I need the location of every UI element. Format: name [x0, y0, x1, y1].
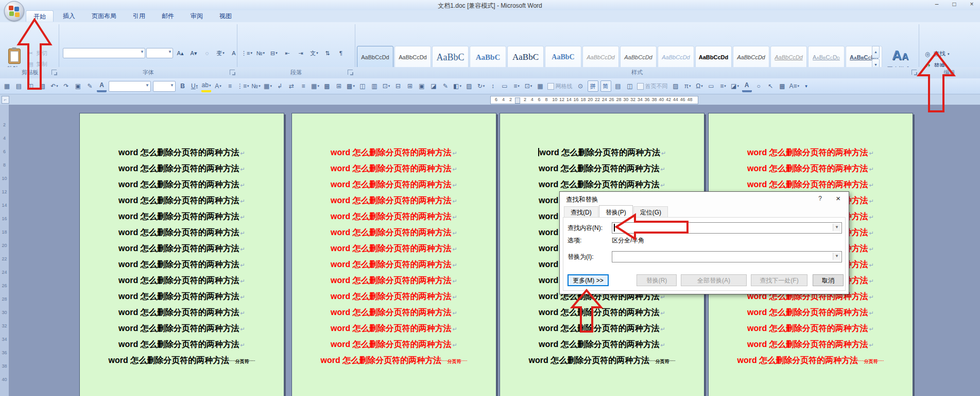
table-style-icon[interactable]: ◪ — [429, 81, 439, 91]
combo-dropdown-icon[interactable]: ▼ — [833, 253, 840, 260]
tab-stop-selector[interactable]: ⌐ — [2, 96, 9, 104]
print-preview-icon[interactable]: ◫ — [26, 81, 36, 91]
distribute-columns-icon[interactable]: ⊞ — [405, 81, 415, 91]
find-next-button[interactable]: 查找下一处(F) — [751, 274, 807, 286]
grid-icon[interactable]: ▦ — [536, 81, 545, 91]
text-box-icon[interactable]: ▭ — [500, 81, 510, 91]
table-shading-icon[interactable]: ▩ — [322, 81, 332, 91]
sort-icon[interactable]: ⇅ — [321, 47, 334, 59]
find-button[interactable]: ◎查找▾ — [924, 48, 950, 60]
increase-indent-icon[interactable]: ⇥ — [295, 47, 307, 59]
autofit-icon[interactable]: ⊡▾ — [382, 81, 391, 91]
tab-引用[interactable]: 引用 — [126, 10, 152, 22]
cut-button[interactable]: ✂剪切 — [27, 48, 53, 59]
alignment-icon[interactable]: ≡ — [299, 81, 308, 91]
multilevel-list-icon[interactable]: ⊟▾ — [268, 47, 280, 59]
tab-开始[interactable]: 开始 — [26, 10, 54, 22]
show-formatting-marks-icon[interactable]: ¶ — [335, 47, 347, 59]
text-align-icon[interactable]: A≡▾ — [789, 81, 800, 91]
text-wrapping-icon[interactable]: ↲ — [275, 81, 285, 91]
symbol-icon[interactable]: Ω▾ — [695, 81, 704, 91]
draw-table-icon[interactable]: ⊞ — [334, 81, 344, 91]
bold-small-icon[interactable]: B — [178, 81, 187, 91]
tab-视图[interactable]: 视图 — [212, 10, 239, 22]
merge-cells-icon[interactable]: ◫ — [358, 81, 368, 91]
thumbnails-icon[interactable]: ▩ — [778, 81, 787, 91]
indent-marker[interactable] — [515, 97, 520, 104]
more-button[interactable]: 更多(M) >> — [568, 274, 609, 286]
paragraph-spacing-icon[interactable]: ≡ — [225, 81, 235, 91]
different-first-page-checkbox[interactable]: 首页不同 — [637, 82, 668, 90]
horizontal-ruler[interactable]: 6422468101214161820222426283032343638404… — [490, 96, 698, 104]
paragraph-dialog-launcher[interactable] — [348, 70, 353, 75]
select-objects-icon[interactable]: ↖ — [766, 81, 776, 91]
clear-formatting-icon[interactable]: ◌ — [201, 47, 213, 59]
dialog-close-icon[interactable]: × — [836, 194, 840, 203]
replace-button-dialog[interactable]: 替换(R) — [637, 274, 677, 286]
pinyin-guide-icon[interactable]: 变▾ — [214, 47, 227, 59]
office-button[interactable] — [4, 1, 24, 21]
cancel-button[interactable]: 取消 — [813, 274, 844, 286]
paste-icon[interactable]: ▣ — [73, 81, 83, 91]
font-name-combo[interactable]: ▼ — [63, 48, 145, 58]
vertical-ruler[interactable]: 246810121416182022242628303234363840 — [0, 105, 9, 396]
oval-icon[interactable]: ○ — [754, 81, 764, 91]
underline-small-icon[interactable]: U▾ — [190, 81, 199, 91]
bold-style-icon[interactable]: A — [742, 80, 752, 92]
equation-icon[interactable]: π▾ — [683, 81, 693, 91]
table-grid-icon[interactable]: ▦▾ — [263, 81, 273, 91]
numbering-icon[interactable]: №▾ — [254, 47, 267, 59]
tab-邮件[interactable]: 邮件 — [154, 10, 181, 22]
print-icon[interactable]: ▤ — [14, 81, 24, 91]
font-name-combo[interactable]: ▼ — [109, 81, 151, 92]
styles-dialog-launcher[interactable] — [912, 70, 917, 75]
close-button[interactable]: × — [967, 1, 977, 8]
character-border-icon[interactable]: A — [228, 47, 240, 59]
save-icon[interactable]: ▦ — [2, 81, 12, 91]
bullets-icon[interactable]: ⋮≡▾ — [240, 47, 253, 59]
pinyin-icon[interactable]: 拼 — [588, 80, 598, 92]
document-map-icon[interactable]: ▧ — [38, 81, 47, 91]
watermark-icon[interactable]: ▨ — [671, 81, 681, 91]
redo-icon[interactable]: ↷ — [61, 81, 71, 91]
tab-插入[interactable]: 插入 — [56, 10, 82, 22]
numbering-small-icon[interactable]: №▾ — [251, 81, 261, 91]
replace-all-button[interactable]: 全部替换(A) — [681, 274, 747, 286]
simplified-convert-icon[interactable]: 简 — [600, 80, 611, 92]
character-scale-icon[interactable]: A▾ — [213, 81, 223, 91]
replace-small-icon[interactable]: ⇄ — [287, 81, 297, 91]
minimize-button[interactable]: – — [932, 1, 942, 8]
combo-dropdown-icon[interactable]: ▼ — [833, 224, 840, 231]
document-page-2[interactable]: word 怎么删除分页符的两种方法↵word 怎么删除分页符的两种方法↵word… — [291, 113, 496, 396]
rotate-icon[interactable]: ↻▾ — [476, 81, 486, 91]
bookmark-icon[interactable]: ▭ — [707, 81, 716, 91]
find-what-input[interactable]: ▼ — [612, 222, 842, 234]
bullets-small-icon[interactable]: ⋮≡▾ — [237, 81, 249, 91]
zoom-100-icon[interactable]: ⊙ — [576, 81, 586, 91]
split-cells-icon[interactable]: ▥ — [370, 81, 380, 91]
edit-cell-icon[interactable]: ✎ — [441, 81, 451, 91]
indent-list-icon[interactable]: ≡▾ — [512, 81, 522, 91]
distribute-rows-icon[interactable]: ⊟ — [393, 81, 403, 91]
two-pages-icon[interactable]: ◫ — [625, 81, 635, 91]
font-dialog-launcher[interactable] — [230, 70, 235, 75]
insert-picture-icon[interactable]: ▨ — [465, 81, 474, 91]
tab-页面布局[interactable]: 页面布局 — [84, 10, 124, 22]
shrink-font-icon[interactable]: A▾ — [187, 47, 200, 59]
line-numbers-icon[interactable]: ≡▾ — [718, 81, 728, 91]
gridlines-checkbox[interactable]: 网格线 — [547, 82, 573, 90]
fill-effects-icon[interactable]: ◪▾ — [730, 81, 740, 91]
page-setup-icon[interactable]: ▤ — [613, 81, 623, 91]
undo-icon[interactable]: ↶▾ — [49, 81, 59, 91]
maximize-button[interactable]: □ — [949, 1, 959, 8]
clipboard-dialog-launcher[interactable] — [51, 70, 57, 75]
document-page-1[interactable]: word 怎么删除分页符的两种方法↵word 怎么删除分页符的两种方法↵word… — [79, 113, 284, 396]
eraser-icon[interactable]: ▩▾ — [346, 81, 356, 91]
decrease-indent-icon[interactable]: ⇤ — [281, 47, 294, 59]
resize-icon[interactable]: ↕ — [488, 81, 498, 91]
format-painter-icon[interactable]: ✎ — [85, 81, 95, 91]
asian-layout-icon[interactable]: 文▾ — [308, 47, 320, 59]
gallery-scroll-up[interactable]: ▲ — [872, 46, 880, 58]
grow-font-icon[interactable]: A▴ — [174, 47, 186, 59]
font-size-combo[interactable]: ▼ — [146, 48, 173, 58]
